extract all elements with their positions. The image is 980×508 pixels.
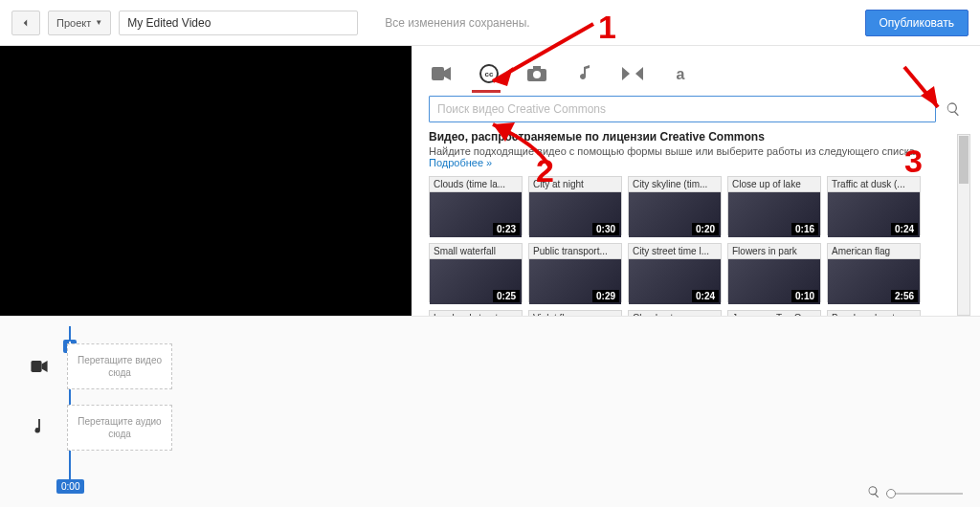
clip-title: Flowers in park: [728, 244, 820, 259]
clip-thumbnail[interactable]: Small waterfall0:25: [429, 243, 523, 302]
cc-results-heading: Видео, распространяемые по лицензии Crea…: [429, 130, 951, 168]
project-dropdown[interactable]: Проект ▼: [48, 11, 111, 35]
zoom-icon: [867, 485, 880, 501]
back-button[interactable]: [11, 11, 40, 35]
media-browser: cc a Видео, распространяемые по лицензии…: [412, 46, 980, 316]
svg-text:cc: cc: [485, 70, 494, 78]
clip-duration: 0:16: [791, 223, 818, 235]
clip-image: 0:10: [728, 259, 820, 304]
clip-title: City street time l...: [629, 244, 721, 259]
clip-title: Clouds (time la...: [430, 177, 522, 192]
audio-drop-hint: Перетащите аудио сюда: [68, 415, 171, 440]
clip-duration: 0:29: [592, 290, 619, 302]
clip-thumbnail[interactable]: Clouds (time la...0:23: [429, 176, 523, 235]
zoom-control: [867, 485, 963, 501]
text-a-icon: a: [673, 66, 688, 81]
audio-track: Перетащите аудио сюда: [29, 405, 172, 451]
clip-duration: 0:23: [493, 223, 520, 235]
clip-duration: 0:30: [592, 223, 619, 235]
clip-title: City skyline (tim...: [629, 177, 721, 192]
search-icon: [946, 101, 961, 117]
clip-thumbnail[interactable]: City street time l...0:24: [628, 243, 722, 302]
zoom-slider[interactable]: [886, 493, 963, 495]
save-status: Все изменения сохранены.: [385, 16, 530, 30]
svg-text:a: a: [677, 66, 685, 81]
scroll-thumb[interactable]: [959, 136, 969, 184]
clip-image: 0:24: [828, 192, 920, 237]
svg-rect-10: [31, 361, 41, 372]
svg-marker-8: [635, 67, 643, 80]
clip-image: 0:23: [430, 192, 522, 237]
clip-thumbnail[interactable]: American flag2:56: [827, 243, 921, 302]
clip-thumbnail[interactable]: Public transport...0:29: [528, 243, 622, 302]
publish-button[interactable]: Опубликовать: [865, 10, 969, 36]
cc-icon: cc: [479, 64, 499, 83]
tab-cc[interactable]: cc: [479, 63, 500, 84]
clip-duration: 0:20: [692, 223, 719, 235]
clip-image: 0:30: [529, 192, 621, 237]
media-tabs: cc a: [412, 46, 980, 90]
clip-title: Traffic at dusk (...: [828, 177, 920, 192]
cc-search-input[interactable]: [429, 96, 936, 122]
camera-icon: [527, 66, 546, 81]
clip-title: City at night: [529, 177, 621, 192]
clip-duration: 2:56: [891, 290, 918, 302]
cc-learn-more-link[interactable]: Подробнее »: [429, 157, 492, 168]
zoom-slider-knob[interactable]: [886, 489, 896, 498]
project-title-input[interactable]: [119, 11, 358, 35]
clip-image: 0:25: [430, 259, 522, 304]
clip-duration: 0:24: [891, 223, 918, 235]
clip-thumbnail[interactable]: City at night0:30: [528, 176, 622, 235]
video-drop-zone[interactable]: Перетащите видео сюда: [67, 343, 172, 389]
svg-marker-1: [444, 67, 451, 80]
clip-thumbnail[interactable]: Traffic at dusk (...0:24: [827, 176, 921, 235]
cc-heading-sub: Найдите подходящие видео с помощью формы…: [429, 145, 918, 157]
svg-point-6: [533, 71, 541, 78]
svg-rect-5: [533, 66, 541, 70]
clip-title: American flag: [828, 244, 920, 259]
svg-rect-0: [432, 67, 444, 80]
clip-duration: 0:10: [791, 290, 818, 302]
arrow-left-icon: [19, 16, 33, 30]
audio-track-icon: [29, 419, 50, 436]
clip-title: Close up of lake: [728, 177, 820, 192]
video-preview: [0, 46, 412, 316]
chevron-down-icon: ▼: [95, 18, 102, 27]
tab-transitions[interactable]: [622, 63, 643, 84]
top-toolbar: Проект ▼ Все изменения сохранены. Опубли…: [0, 0, 980, 46]
video-track: Перетащите видео сюда: [29, 343, 172, 389]
clip-image: 2:56: [828, 259, 920, 304]
video-camera-icon: [432, 67, 451, 80]
clip-duration: 0:24: [692, 290, 719, 302]
clip-title: Public transport...: [529, 244, 621, 259]
clip-duration: 0:25: [493, 290, 520, 302]
cc-heading-title: Видео, распространяемые по лицензии Crea…: [429, 130, 765, 144]
svg-marker-7: [622, 67, 630, 80]
tab-video[interactable]: [431, 63, 452, 84]
clip-image: 0:24: [629, 259, 721, 304]
search-button[interactable]: [944, 101, 963, 117]
clip-thumbnail[interactable]: City skyline (tim...0:20: [628, 176, 722, 235]
clip-title: Small waterfall: [430, 244, 522, 259]
video-drop-hint: Перетащите видео сюда: [68, 354, 171, 379]
music-note-icon: [578, 64, 591, 83]
clip-image: 0:16: [728, 192, 820, 237]
transition-icon: [622, 67, 643, 80]
clip-thumbnail[interactable]: Flowers in park0:10: [727, 243, 821, 302]
tab-audio[interactable]: [574, 63, 595, 84]
clip-image: 0:29: [529, 259, 621, 304]
tab-photos[interactable]: [526, 63, 547, 84]
clip-image: 0:20: [629, 192, 721, 237]
tab-text[interactable]: a: [670, 63, 691, 84]
project-label: Проект: [56, 17, 91, 29]
timeline: 0:00 Перетащите видео сюда Перетащите ау…: [0, 316, 980, 507]
active-tab-indicator: [472, 90, 501, 93]
playhead-time: 0:00: [56, 479, 84, 494]
svg-marker-11: [42, 361, 48, 372]
audio-drop-zone[interactable]: Перетащите аудио сюда: [67, 405, 172, 451]
clip-thumbnail[interactable]: Close up of lake0:16: [727, 176, 821, 235]
video-track-icon: [29, 361, 50, 372]
results-scrollbar[interactable]: [957, 134, 970, 316]
